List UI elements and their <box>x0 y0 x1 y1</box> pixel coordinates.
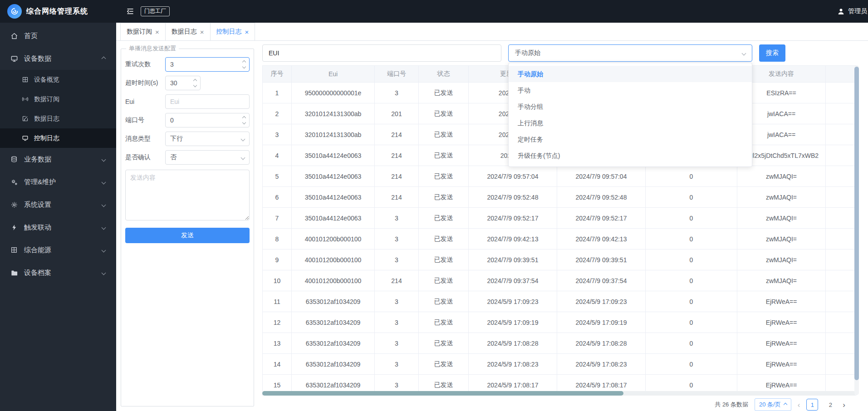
table-row[interactable]: 735010a44124e00633已发送2024/7/9 09:52:1720… <box>263 208 856 229</box>
search-eui-input[interactable] <box>262 44 501 62</box>
pagination: 共 26 条数据 20 条/页 ‹ 1 2 › <box>715 398 845 411</box>
number-spinner[interactable] <box>240 114 249 127</box>
table-cell: 2 <box>263 103 292 124</box>
sidebar-item-business-data[interactable]: 业务数据 <box>0 148 116 171</box>
vertical-scroll-thumb[interactable] <box>854 67 859 380</box>
table-cell: 6353012af1034209 <box>292 354 375 375</box>
table-cell: 35010a44124e0063 <box>292 187 375 208</box>
port-input[interactable] <box>165 113 250 127</box>
table-cell: 3 <box>375 229 419 250</box>
tab-control-logs[interactable]: 控制日志 × <box>210 23 255 40</box>
number-spinner[interactable] <box>240 58 249 71</box>
tab-data-subscription[interactable]: 数据订阅 × <box>120 23 166 40</box>
dropdown-option[interactable]: 定时任务 <box>509 131 752 147</box>
table-cell: EjRWeA== <box>737 354 826 375</box>
table-cell: zwMJAQI= <box>737 187 826 208</box>
table-row[interactable]: 535010a44124e0063214已发送2024/7/9 09:57:04… <box>263 166 856 187</box>
sidebar-item-management-maintenance[interactable]: 管理&维护 <box>0 171 116 193</box>
chevron-down-icon <box>742 51 746 55</box>
table-cell: zwMJAQI= <box>737 270 826 291</box>
table-cell: 0 <box>646 270 737 291</box>
sidebar-item-integrated-energy[interactable]: 综合能源 <box>0 239 116 261</box>
sidebar-subitem-device-overview[interactable]: 设备概览 <box>0 70 116 89</box>
vertical-scrollbar[interactable] <box>854 65 859 395</box>
search-button[interactable]: 搜索 <box>759 44 785 62</box>
table-cell: EjRWeA== <box>737 291 826 312</box>
dropdown-option[interactable]: 升级任务(节点) <box>509 147 752 164</box>
table-cell <box>826 250 856 270</box>
table-cell: 2024/7/9 09:52:17 <box>469 208 557 229</box>
dropdown-option[interactable]: 手动分组 <box>509 98 752 115</box>
table-cell <box>826 333 856 354</box>
horizontal-scrollbar[interactable] <box>262 391 856 396</box>
table-cell: 214 <box>375 270 419 291</box>
horizontal-scroll-thumb[interactable] <box>262 391 623 396</box>
gear-icon <box>10 201 18 209</box>
sidebar-item-home[interactable]: 首页 <box>0 24 116 47</box>
sidebar-item-device-data[interactable]: 设备数据 <box>0 47 116 70</box>
number-spinner[interactable] <box>191 77 200 89</box>
table-cell: 2024/5/9 17:08:28 <box>469 333 557 354</box>
table-cell: 2024/7/9 09:37:54 <box>469 270 557 291</box>
table-row[interactable]: 146353012af10342093已发送2024/5/9 17:08:232… <box>263 354 856 375</box>
table-cell: 3 <box>375 83 419 103</box>
message-origin-select[interactable]: 手动原始 <box>508 44 752 62</box>
table-cell: 2024/5/9 17:08:28 <box>557 333 646 354</box>
table-cell: zwMJAQI= <box>737 229 826 250</box>
table-row[interactable]: 635010a44124e0063214已发送2024/7/9 09:52:48… <box>263 187 856 208</box>
table-row[interactable]: 136353012af10342093已发送2024/5/9 17:08:282… <box>263 333 856 354</box>
close-icon[interactable]: × <box>155 29 159 35</box>
sidebar-subitem-data-subscription[interactable]: 数据订阅 <box>0 89 116 109</box>
page-number-2[interactable]: 2 <box>824 399 836 411</box>
table-cell: 0 <box>646 250 737 270</box>
user-area[interactable]: 管理员 <box>837 7 868 15</box>
next-page-button[interactable]: › <box>843 401 845 409</box>
send-button[interactable]: 发送 <box>125 228 250 243</box>
dropdown-option[interactable]: 手动原始 <box>509 66 752 82</box>
table-row[interactable]: 116353012af10342093已发送2024/5/9 17:09:232… <box>263 291 856 312</box>
chevron-down-icon <box>241 155 245 160</box>
table-cell: EjRWeA== <box>737 333 826 354</box>
eui-input[interactable] <box>165 94 250 109</box>
gears-icon <box>10 178 18 186</box>
table-cell: 214 <box>375 187 419 208</box>
table-row[interactable]: 126353012af10342093已发送2024/5/9 17:09:192… <box>263 312 856 333</box>
select-value: 下行 <box>170 135 183 143</box>
confirm-select[interactable]: 否 <box>165 150 250 165</box>
sidebar-subitem-data-logs[interactable]: 数据日志 <box>0 109 116 128</box>
retry-count-input[interactable] <box>165 57 250 72</box>
dropdown-option[interactable]: 手动 <box>509 82 752 98</box>
table-row[interactable]: 9400101200b0001003已发送2024/7/9 09:39:5120… <box>263 250 856 270</box>
dropdown-option[interactable]: 上行消息 <box>509 115 752 131</box>
prev-page-button[interactable]: ‹ <box>798 401 800 409</box>
table-cell: 2024/5/9 17:08:23 <box>469 354 557 375</box>
table-cell: 已发送 <box>419 83 469 103</box>
sidebar-subitem-control-logs[interactable]: 控制日志 <box>0 128 116 148</box>
sidebar-item-system-settings[interactable]: 系统设置 <box>0 193 116 216</box>
tab-label: 数据日志 <box>172 28 197 36</box>
database-icon <box>10 155 18 163</box>
table-cell <box>826 270 856 291</box>
message-type-select[interactable]: 下行 <box>165 132 250 146</box>
home-icon <box>10 32 18 40</box>
chevron-down-icon <box>102 248 106 252</box>
table-row[interactable]: 8400101200b0001003已发送2024/7/9 09:42:1320… <box>263 229 856 250</box>
table-cell: 0 <box>646 312 737 333</box>
sidebar-item-device-archives[interactable]: 设备档案 <box>0 261 116 284</box>
close-icon[interactable]: × <box>200 29 204 35</box>
send-content-textarea[interactable] <box>125 170 250 220</box>
table-cell: 2024/7/9 09:39:51 <box>557 250 646 270</box>
factory-tag[interactable]: 门思工厂 <box>141 6 170 16</box>
sidebar-item-trigger-linkage[interactable]: 触发联动 <box>0 216 116 239</box>
sidebar-collapse-icon[interactable] <box>126 7 134 15</box>
table-row[interactable]: 10400101200b000100214已发送2024/7/9 09:37:5… <box>263 270 856 291</box>
table-cell: 已发送 <box>419 103 469 124</box>
page-number-1[interactable]: 1 <box>806 399 818 411</box>
tab-data-logs[interactable]: 数据日志 × <box>165 23 211 40</box>
close-icon[interactable]: × <box>245 29 249 35</box>
table-cell: 2024/5/9 17:09:19 <box>469 312 557 333</box>
column-header: 状态 <box>419 66 469 83</box>
table-cell: 2024/5/9 17:09:23 <box>557 291 646 312</box>
table-cell: 32010124131300ab <box>292 103 375 124</box>
page-size-select[interactable]: 20 条/页 <box>755 398 791 411</box>
